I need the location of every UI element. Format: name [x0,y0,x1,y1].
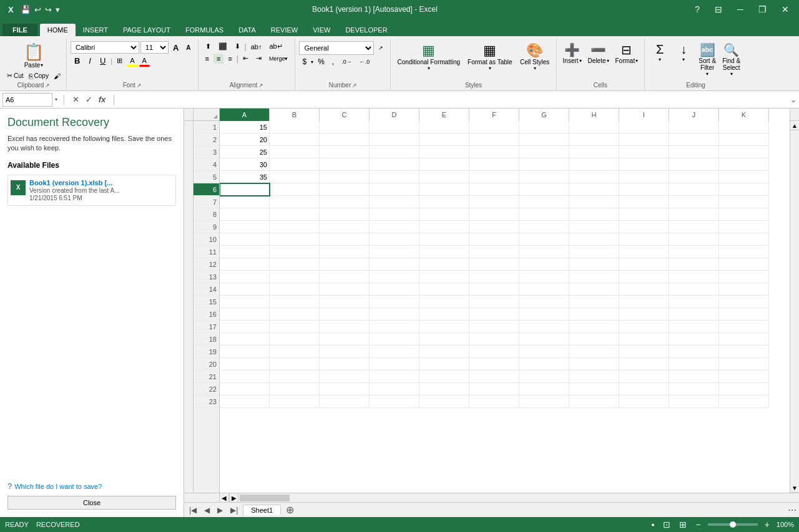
cell-C11[interactable] [320,246,370,258]
cell-H23[interactable] [569,395,619,408]
cell-J20[interactable] [669,358,719,370]
cell-H7[interactable] [569,196,619,208]
cell-C19[interactable] [320,346,370,358]
row-number-21[interactable]: 21 [194,370,219,383]
cell-J6[interactable] [669,183,719,196]
merge-center-button[interactable]: Merge▾ [266,54,292,63]
cell-J4[interactable] [669,158,719,171]
cell-B10[interactable] [270,233,320,246]
cell-C21[interactable] [320,370,370,383]
cell-E8[interactable] [419,208,469,221]
cell-K14[interactable] [719,283,769,296]
cell-K1[interactable] [719,121,769,133]
cell-J2[interactable] [669,133,719,146]
row-number-2[interactable]: 2 [194,133,219,146]
cell-E5[interactable] [419,171,469,183]
cell-B9[interactable] [270,221,320,233]
row-number-14[interactable]: 14 [194,283,219,296]
cell-I19[interactable] [619,346,669,358]
cell-H22[interactable] [569,383,619,395]
cell-I22[interactable] [619,383,669,395]
cell-D16[interactable] [370,308,419,321]
cell-D11[interactable] [370,246,419,258]
row-number-22[interactable]: 22 [194,383,219,395]
cell-B7[interactable] [270,196,320,208]
cell-D2[interactable] [370,133,419,146]
cell-H13[interactable] [569,271,619,283]
cell-I1[interactable] [619,121,669,133]
cell-K16[interactable] [719,308,769,321]
cell-B6[interactable] [270,183,320,196]
cell-J7[interactable] [669,196,719,208]
cell-G16[interactable] [519,308,569,321]
cell-H17[interactable] [569,321,619,333]
cell-E13[interactable] [419,271,469,283]
quick-save-icon[interactable]: 💾 [21,5,31,14]
tab-insert[interactable]: INSERT [76,24,115,36]
cell-A19[interactable] [220,346,270,358]
row-number-10[interactable]: 10 [194,233,219,246]
cell-I7[interactable] [619,196,669,208]
format-button[interactable]: ⊟ Format ▾ [613,41,641,65]
cell-D8[interactable] [370,208,419,221]
cell-C16[interactable] [320,308,370,321]
delete-arrow[interactable]: ▾ [607,58,609,64]
cut-button[interactable]: ✂ Cut [5,71,26,80]
cell-A9[interactable] [220,221,270,233]
cell-C7[interactable] [320,196,370,208]
cell-G13[interactable] [519,271,569,283]
cell-H6[interactable] [569,183,619,196]
cell-C17[interactable] [320,321,370,333]
cell-E20[interactable] [419,358,469,370]
cell-A16[interactable] [220,308,270,321]
percent-button[interactable]: % [315,56,328,67]
cell-H14[interactable] [569,283,619,296]
cell-C13[interactable] [320,271,370,283]
cell-B4[interactable] [270,158,320,171]
cell-B8[interactable] [270,208,320,221]
cell-K11[interactable] [719,246,769,258]
recovery-file-item[interactable]: X Book1 (version 1).xlsb [... Version cr… [7,175,176,206]
cell-B13[interactable] [270,271,320,283]
row-number-19[interactable]: 19 [194,346,219,358]
scroll-up-button[interactable]: ▲ [790,121,799,130]
help-icon[interactable]: ? [690,3,705,16]
sheet-options-icon[interactable]: ⋯ [788,505,797,515]
format-as-table-arrow[interactable]: ▾ [489,65,491,71]
cell-G7[interactable] [519,196,569,208]
row-number-6[interactable]: 6 [194,183,219,196]
sheet-nav-first[interactable]: |◀ [187,505,199,516]
row-number-7[interactable]: 7 [194,196,219,208]
cell-C1[interactable] [320,121,370,133]
cell-D5[interactable] [370,171,419,183]
cell-F12[interactable] [469,258,519,271]
sheet-nav-next[interactable]: ▶ [215,505,225,516]
row-number-18[interactable]: 18 [194,333,219,346]
align-middle-button[interactable]: ⬛ [215,41,230,52]
quick-redo-icon[interactable]: ↪ [45,5,52,14]
cell-H21[interactable] [569,370,619,383]
cell-F1[interactable] [469,121,519,133]
cell-B22[interactable] [270,383,320,395]
cell-E19[interactable] [419,346,469,358]
row-number-20[interactable]: 20 [194,358,219,370]
align-left-button[interactable]: ≡ [202,54,212,64]
cell-J3[interactable] [669,146,719,158]
cell-F17[interactable] [469,321,519,333]
col-header-a[interactable]: A [220,109,270,121]
page-break-icon[interactable]: ⊞ [677,519,689,530]
select-all-button[interactable] [194,109,220,121]
cell-C8[interactable] [320,208,370,221]
number-expand-btn[interactable]: ↗ [375,44,386,52]
cell-D10[interactable] [370,233,419,246]
col-header-f[interactable]: F [469,109,519,121]
sheet-nav-last[interactable]: ▶| [228,505,240,516]
cell-A5[interactable]: 35 [220,171,270,183]
cell-I13[interactable] [619,271,669,283]
cell-C3[interactable] [320,146,370,158]
cell-A7[interactable] [220,196,270,208]
cell-K18[interactable] [719,333,769,346]
cell-B2[interactable] [270,133,320,146]
cell-J13[interactable] [669,271,719,283]
cell-G18[interactable] [519,333,569,346]
